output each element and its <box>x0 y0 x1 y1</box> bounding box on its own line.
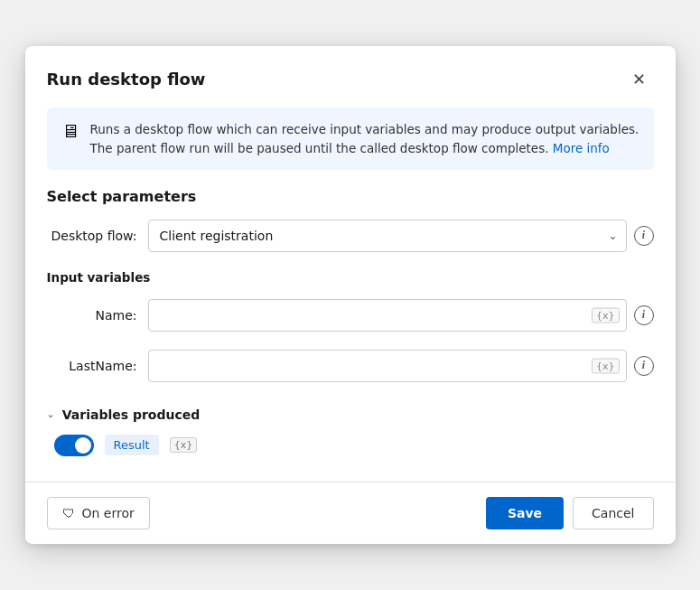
name-row: Name: {x} i <box>47 299 654 332</box>
variables-produced-row: Result {x} <box>47 435 654 456</box>
dialog-footer: 🛡 On error Save Cancel <box>25 482 676 544</box>
desktop-flow-select[interactable]: Client registration <box>148 220 627 252</box>
monitor-icon: 🖥 <box>61 120 79 142</box>
variables-toggle[interactable] <box>54 435 94 456</box>
on-error-button[interactable]: 🛡 On error <box>47 497 150 529</box>
input-variables-title: Input variables <box>25 270 676 299</box>
desktop-flow-row: Desktop flow: Client registration ⌄ i <box>47 220 654 252</box>
footer-right: Save Cancel <box>486 497 654 529</box>
desktop-flow-form-area: Desktop flow: Client registration ⌄ i <box>25 220 676 252</box>
desktop-flow-info-icon[interactable]: i <box>634 226 654 246</box>
info-banner-text: Runs a desktop flow which can receive in… <box>90 120 639 157</box>
desktop-flow-control: Client registration ⌄ i <box>148 220 654 252</box>
desktop-flow-label: Desktop flow: <box>47 229 137 243</box>
variables-chevron-icon[interactable]: ⌄ <box>47 408 55 420</box>
name-info-icon[interactable]: i <box>634 305 654 325</box>
more-info-link[interactable]: More info <box>553 141 610 155</box>
variables-produced-header: ⌄ Variables produced <box>47 407 654 422</box>
name-label: Name: <box>47 308 137 323</box>
result-x-icon[interactable]: {x} <box>170 437 198 453</box>
name-input-wrap: {x} <box>148 299 627 332</box>
dialog-header: Run desktop flow ✕ <box>25 46 676 108</box>
lastname-control: {x} i <box>148 350 654 382</box>
name-control: {x} i <box>148 299 654 332</box>
variables-produced-section: ⌄ Variables produced Result {x} <box>25 400 676 471</box>
lastname-row: LastName: {x} i <box>47 350 654 382</box>
lastname-label: LastName: <box>47 359 137 373</box>
name-x-icon[interactable]: {x} <box>592 307 620 323</box>
result-badge: Result <box>105 435 159 455</box>
on-error-label: On error <box>82 506 135 520</box>
dialog-title: Run desktop flow <box>47 70 206 89</box>
name-form-area: Name: {x} i LastName: {x} i <box>25 299 676 382</box>
lastname-info-icon[interactable]: i <box>634 356 654 376</box>
close-button[interactable]: ✕ <box>625 64 654 93</box>
shield-icon: 🛡 <box>62 506 75 520</box>
lastname-input[interactable] <box>148 350 627 382</box>
run-desktop-flow-dialog: Run desktop flow ✕ 🖥 Runs a desktop flow… <box>25 46 676 544</box>
desktop-flow-select-wrapper[interactable]: Client registration ⌄ <box>148 220 627 252</box>
cancel-button[interactable]: Cancel <box>573 497 653 529</box>
name-input[interactable] <box>148 299 627 332</box>
select-parameters-title: Select parameters <box>25 188 676 220</box>
info-banner: 🖥 Runs a desktop flow which can receive … <box>47 108 654 170</box>
lastname-input-wrap: {x} <box>148 350 627 382</box>
save-button[interactable]: Save <box>486 497 564 529</box>
lastname-x-icon[interactable]: {x} <box>592 358 620 373</box>
variables-produced-title: Variables produced <box>62 407 201 422</box>
